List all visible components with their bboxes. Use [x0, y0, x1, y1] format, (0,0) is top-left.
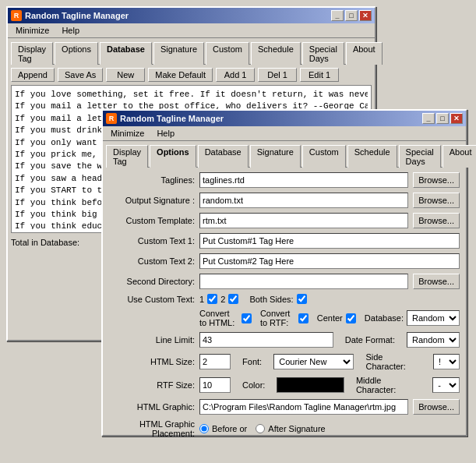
convert-rtf-label: Convert to RTF:: [260, 309, 295, 327]
bg-close-btn[interactable]: ✕: [359, 10, 372, 21]
custom-1-checkbox[interactable]: [207, 294, 217, 304]
bg-minimize-btn[interactable]: _: [331, 10, 344, 21]
date-format-select[interactable]: Random: [407, 332, 460, 348]
both-sides-label: Both Sides:: [249, 295, 293, 304]
html-graphic-browse-btn[interactable]: Browse...: [413, 399, 460, 415]
output-sig-browse-btn[interactable]: Browse...: [413, 193, 460, 208]
database-select[interactable]: Random: [407, 310, 460, 326]
second-dir-input[interactable]: [199, 274, 408, 289]
convert-rtf-checkbox[interactable]: [298, 313, 309, 323]
fg-tabs: Display Tag Options Database Signature C…: [103, 141, 466, 167]
custom-text2-label: Custom Text 2:: [109, 256, 195, 266]
fg-maximize-btn[interactable]: □: [436, 113, 449, 124]
bg-menu-help[interactable]: Help: [57, 25, 84, 36]
add1-btn[interactable]: Add 1: [216, 68, 255, 82]
bg-tab-custom[interactable]: Custom: [206, 42, 249, 65]
html-graphic-placement-row: HTML Graphic Placement: Before or After …: [109, 419, 460, 438]
fg-tab-database[interactable]: Database: [198, 145, 249, 168]
options-panel: Taglines: Browse... Output Signature : B…: [103, 168, 466, 447]
bg-status-text: Total in Database:: [11, 238, 79, 247]
html-size-label: HTML Size:: [109, 357, 195, 366]
custom-text2-row: Custom Text 2:: [109, 253, 460, 269]
custom-template-label: Custom Template:: [109, 216, 195, 225]
convert-checkboxes: Convert to HTML: Convert to RTF: Center …: [199, 309, 460, 327]
custom-template-input[interactable]: [199, 213, 408, 228]
line-limit-input[interactable]: [199, 332, 333, 348]
save-as-btn[interactable]: Save As: [58, 68, 103, 82]
bg-tab-database[interactable]: Database: [100, 42, 152, 65]
use-custom-checkboxes: 1 2 Both Sides:: [199, 294, 307, 304]
custom-template-browse-btn[interactable]: Browse...: [413, 213, 460, 228]
fg-tab-options[interactable]: Options: [150, 145, 196, 168]
placement-after-radio[interactable]: [256, 424, 265, 433]
output-sig-label: Output Signature :: [109, 196, 195, 205]
custom-1-label: 1: [199, 295, 204, 304]
append-btn[interactable]: Append: [11, 68, 55, 82]
convert-html-checkbox[interactable]: [242, 313, 252, 323]
fg-menu-help[interactable]: Help: [152, 128, 179, 139]
after-label: After Signature: [268, 424, 325, 433]
side-char-label: Side Character:: [365, 352, 421, 371]
output-sig-row: Output Signature : Browse...: [109, 193, 460, 208]
date-format-label: Date Format:: [345, 335, 395, 345]
placement-before-radio[interactable]: [199, 424, 209, 433]
bg-toolbar: Append Save As New Make Default Add 1 De…: [8, 65, 375, 85]
custom-text1-input[interactable]: [199, 233, 460, 249]
rtf-size-label: RTF Size:: [109, 380, 195, 390]
foreground-window: R Random Tagline Manager _ □ ✕ Minimize …: [101, 109, 467, 436]
line-limit-label: Line Limit:: [109, 335, 195, 345]
taglines-label: Taglines:: [109, 175, 195, 185]
custom-text2-input[interactable]: [199, 253, 460, 269]
bg-maximize-btn[interactable]: □: [345, 10, 358, 21]
center-checkbox[interactable]: [346, 313, 356, 323]
middle-char-label: Middle Character:: [356, 376, 421, 394]
bg-tab-specialdays[interactable]: Special Days: [302, 42, 344, 65]
custom-2-label: 2: [220, 295, 225, 304]
center-label: Center: [317, 313, 343, 323]
html-size-input[interactable]: [199, 354, 231, 369]
fg-tab-about[interactable]: About: [443, 145, 476, 168]
bg-tab-display[interactable]: Display Tag: [11, 42, 53, 65]
font-select[interactable]: Courier New: [273, 354, 354, 369]
taglines-browse-btn[interactable]: Browse...: [413, 172, 460, 188]
rtf-size-input[interactable]: [199, 377, 231, 393]
fg-menu-minimize[interactable]: Minimize: [106, 128, 149, 139]
fg-tab-custom[interactable]: Custom: [302, 145, 346, 168]
convert-html-label: Convert to HTML:: [199, 309, 238, 327]
bg-tab-about[interactable]: About: [346, 42, 383, 65]
html-graphic-placement-label: HTML Graphic Placement:: [109, 419, 195, 438]
second-dir-row: Second Directory: Browse...: [109, 274, 460, 289]
both-sides-checkbox[interactable]: [297, 294, 307, 304]
fg-app-icon: R: [106, 113, 117, 124]
custom-text1-row: Custom Text 1:: [109, 233, 460, 249]
del1-btn[interactable]: Del 1: [258, 68, 297, 82]
fg-tab-schedule[interactable]: Schedule: [347, 145, 397, 168]
before-label: Before or: [212, 424, 247, 433]
make-default-btn[interactable]: Make Default: [148, 68, 213, 82]
rtf-size-row: RTF Size: Color: Middle Character: -: [109, 376, 460, 394]
custom-2-checkbox[interactable]: [228, 294, 238, 304]
middle-char-select[interactable]: -: [432, 377, 460, 393]
fg-tab-signature[interactable]: Signature: [250, 145, 301, 168]
bg-window-title: Random Tagline Manager: [25, 11, 331, 20]
html-graphic-input[interactable]: [199, 399, 408, 415]
second-dir-browse-btn[interactable]: Browse...: [413, 274, 460, 289]
bg-tab-schedule[interactable]: Schedule: [251, 42, 301, 65]
tagline-line-1: If you love something, set it free. If i…: [15, 89, 368, 101]
taglines-input[interactable]: [199, 172, 408, 188]
bg-menubar: Minimize Help: [8, 23, 375, 38]
bg-app-icon: R: [11, 10, 22, 21]
fg-close-btn[interactable]: ✕: [450, 113, 463, 124]
fg-tab-specialdays[interactable]: Special Days: [399, 145, 441, 168]
color-picker[interactable]: [277, 377, 344, 393]
fg-minimize-btn[interactable]: _: [422, 113, 435, 124]
html-graphic-label: HTML Graphic:: [109, 402, 195, 412]
output-sig-input[interactable]: [199, 193, 408, 208]
fg-tab-display[interactable]: Display Tag: [106, 145, 148, 168]
bg-tab-options[interactable]: Options: [55, 42, 98, 65]
side-char-select[interactable]: !: [433, 354, 460, 369]
edit1-btn[interactable]: Edit 1: [300, 68, 339, 82]
new-btn[interactable]: New: [106, 68, 145, 82]
bg-tab-signature[interactable]: Signature: [153, 42, 204, 65]
bg-menu-minimize[interactable]: Minimize: [11, 25, 54, 36]
